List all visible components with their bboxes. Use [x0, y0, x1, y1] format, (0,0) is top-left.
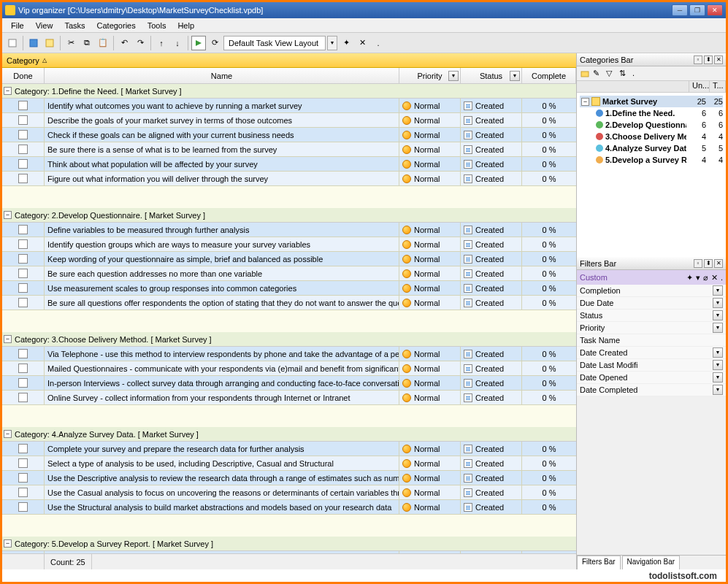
done-checkbox[interactable]	[18, 393, 28, 402]
filter-tool2-icon[interactable]: ▾	[696, 273, 700, 283]
cat-filter-icon[interactable]: ▽	[606, 69, 616, 79]
tab-navigation[interactable]: Navigation Bar	[622, 556, 681, 569]
down-icon[interactable]: ↓	[170, 36, 185, 50]
filter-row[interactable]: Priority▼	[577, 322, 726, 334]
task-row[interactable]: Check if these goals can be aligned with…	[2, 128, 576, 142]
close-button[interactable]: ✕	[707, 4, 723, 16]
task-row[interactable]: Mailed Questionnaires - communicate with…	[2, 361, 576, 376]
save-icon[interactable]	[26, 36, 41, 50]
task-row[interactable]: Think about what population will be affe…	[2, 157, 576, 172]
col-priority[interactable]: Priority▼	[399, 68, 461, 83]
menu-tasks[interactable]: Tasks	[58, 20, 91, 31]
filter-row[interactable]: Due Date▼	[577, 297, 726, 310]
filter-tool4-icon[interactable]: ✕	[711, 273, 718, 283]
category-row[interactable]: −Category: 4.Analyze Survey Data. [ Mark…	[2, 427, 576, 442]
done-checkbox[interactable]	[18, 283, 28, 293]
done-checkbox[interactable]	[18, 473, 28, 483]
tree-node[interactable]: 1.Define the Need.66	[580, 107, 723, 119]
tree-node[interactable]: 2.Develop Questionnaire66	[580, 119, 723, 131]
collapse-icon[interactable]: −	[4, 87, 12, 95]
task-row[interactable]: Keep wording of your questionnaire as si…	[2, 252, 576, 266]
done-checkbox[interactable]	[18, 254, 28, 264]
task-row[interactable]: Use the Descriptive analysis to review t…	[2, 471, 576, 485]
done-checkbox[interactable]	[18, 458, 28, 468]
paste-icon[interactable]: 📋	[96, 36, 110, 50]
task-row[interactable]: Use the Casual analysis to focus on unco…	[2, 485, 576, 500]
col-complete[interactable]: Complete	[522, 68, 576, 83]
redo-icon[interactable]: ↷	[133, 36, 147, 50]
menu-file[interactable]: File	[5, 20, 30, 31]
filter-tool5-icon[interactable]: .	[721, 273, 723, 283]
filter-dropdown-icon[interactable]: ▼	[713, 298, 723, 308]
task-row[interactable]: In-person Interviews - collect survey da…	[2, 376, 576, 391]
collapse-icon[interactable]: −	[4, 335, 12, 343]
task-row[interactable]: Identify question groups which are ways …	[2, 237, 576, 252]
col-status[interactable]: Status▼	[461, 68, 522, 83]
done-checkbox[interactable]	[18, 239, 28, 249]
filter-row[interactable]: Task Name	[577, 334, 726, 347]
maximize-button[interactable]: ❐	[689, 4, 705, 16]
fpanel-pin-icon[interactable]: ⬍	[704, 259, 713, 268]
refresh-icon[interactable]: ⟳	[207, 36, 222, 50]
menu-categories[interactable]: Categories	[91, 20, 142, 31]
filter-custom-bar[interactable]: Custom ✦ ▾ ⌀ ✕ .	[577, 270, 726, 285]
task-row[interactable]: Be sure each question addresses no more …	[2, 266, 576, 281]
filter-dropdown-icon[interactable]: ▼	[713, 360, 723, 370]
filter-dropdown-icon[interactable]: ▼	[713, 310, 723, 320]
fpanel-opt-icon[interactable]: ▫	[694, 259, 702, 268]
task-row[interactable]: Use measurement scales to group response…	[2, 281, 576, 296]
cat-sort-icon[interactable]: ⇅	[619, 69, 629, 79]
tab-filters[interactable]: Filters Bar	[577, 556, 621, 569]
category-row[interactable]: −Category: 3.Choose Delivery Method. [ M…	[2, 332, 576, 347]
filter-row[interactable]: Completion▼	[577, 285, 726, 297]
layout-dropdown-icon[interactable]: ▼	[327, 36, 337, 50]
done-checkbox[interactable]	[18, 101, 28, 110]
task-row[interactable]: Identify what outcomes you want to achie…	[2, 99, 576, 113]
done-checkbox[interactable]	[18, 444, 28, 453]
category-row[interactable]: −Category: 5.Develop a Survey Report. [ …	[2, 537, 576, 551]
done-checkbox[interactable]	[18, 349, 28, 358]
filter-row[interactable]: Date Opened▼	[577, 372, 726, 384]
new-task-icon[interactable]	[42, 36, 57, 50]
category-row[interactable]: −Category: 1.Define the Need. [ Market S…	[2, 84, 576, 99]
tool-a-icon[interactable]: ✦	[339, 36, 353, 50]
filter-dropdown-icon[interactable]: ▼	[713, 323, 723, 333]
task-row[interactable]: Via Telephone - use this method to inter…	[2, 347, 576, 361]
play-icon[interactable]	[191, 36, 206, 50]
minimize-button[interactable]: ─	[672, 4, 688, 16]
panel-close-icon[interactable]: ✕	[714, 55, 723, 64]
cat-more-icon[interactable]: .	[632, 69, 643, 79]
done-checkbox[interactable]	[18, 145, 28, 154]
task-row[interactable]: Online Survey - collect information from…	[2, 391, 576, 405]
done-checkbox[interactable]	[18, 364, 28, 373]
task-row[interactable]: Figure out what information you will del…	[2, 172, 576, 186]
done-checkbox[interactable]	[18, 298, 28, 307]
collapse-icon[interactable]: −	[4, 539, 12, 548]
cut-icon[interactable]: ✂	[64, 36, 78, 50]
filter-dropdown-icon[interactable]: ▼	[713, 385, 723, 395]
filter-dropdown-icon[interactable]: ▼	[713, 372, 723, 383]
filter-tool3-icon[interactable]: ⌀	[703, 273, 708, 283]
filter-dropdown-icon[interactable]: ▼	[713, 347, 723, 358]
task-row[interactable]: Use the Structural analysis to build mar…	[2, 500, 576, 515]
tool-c-icon[interactable]: .	[371, 36, 386, 50]
task-row[interactable]: Complete your survey and prepare the res…	[2, 442, 576, 456]
collapse-icon[interactable]: −	[4, 430, 12, 438]
done-checkbox[interactable]	[18, 174, 28, 183]
layout-select[interactable]: Default Task View Layout	[223, 36, 326, 50]
fpanel-close-icon[interactable]: ✕	[714, 259, 723, 268]
task-row[interactable]: Be sure there is a sense of what is to b…	[2, 142, 576, 157]
undo-icon[interactable]: ↶	[117, 36, 131, 50]
cat-new-icon[interactable]	[580, 69, 590, 79]
task-row[interactable]: Select a type of analysis to be used, in…	[2, 456, 576, 471]
filter-row[interactable]: Date Created▼	[577, 347, 726, 359]
cat-edit-icon[interactable]: ✎	[593, 69, 603, 79]
priority-filter-icon[interactable]: ▼	[448, 71, 459, 81]
category-tab[interactable]: Category △	[2, 53, 576, 68]
up-icon[interactable]: ↑	[154, 36, 169, 50]
col-done[interactable]: Done	[2, 68, 45, 83]
menu-view[interactable]: View	[30, 20, 59, 31]
done-checkbox[interactable]	[18, 159, 28, 169]
menu-help[interactable]: Help	[172, 20, 200, 31]
collapse-icon[interactable]: −	[4, 211, 12, 219]
